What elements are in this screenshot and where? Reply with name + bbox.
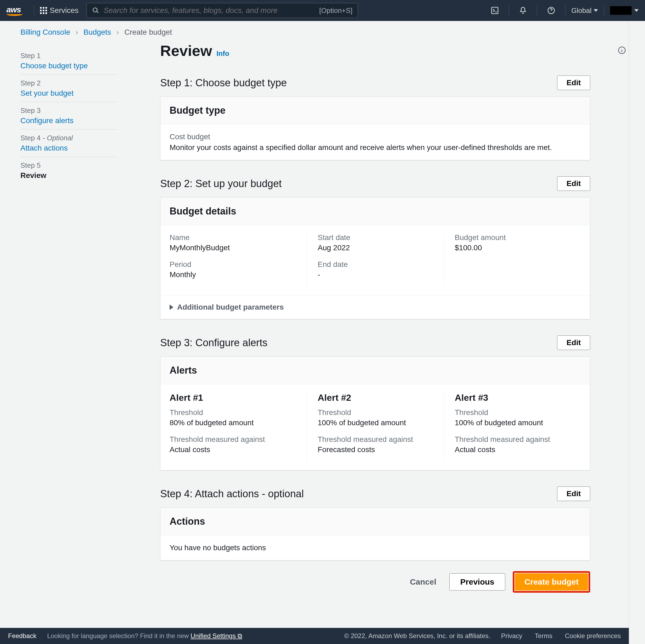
breadcrumb-billing[interactable]: Billing Console [20, 28, 70, 36]
alert-title: Alert #3 [455, 392, 573, 403]
budget-type-name: Cost budget [170, 133, 581, 141]
field-value: Monthly [170, 270, 298, 279]
edit-step1-button[interactable]: Edit [557, 75, 590, 90]
nav-divider [604, 5, 604, 16]
field-label: End date [318, 260, 436, 269]
nav-divider [509, 5, 509, 16]
step-title: Set your budget [20, 89, 117, 97]
field-value: Actual costs [170, 445, 298, 454]
actions-empty: You have no budgets actions [170, 544, 581, 552]
chevron-right-icon: › [75, 28, 78, 36]
chevron-right-icon: › [117, 28, 119, 36]
step-number: Step 2 [20, 79, 117, 87]
step-number: Step 1 [20, 52, 117, 60]
grid-icon [40, 7, 47, 14]
cookie-prefs-link[interactable]: Cookie preferences [565, 632, 621, 639]
caret-right-icon [170, 304, 173, 310]
review-step1: Step 1: Choose budget type Edit Budget t… [160, 75, 590, 160]
edit-step2-button[interactable]: Edit [557, 176, 590, 191]
field-label: Threshold [170, 408, 298, 417]
feedback-link[interactable]: Feedback [8, 632, 36, 640]
chevron-down-icon [594, 8, 598, 13]
step-title: Choose budget type [20, 61, 117, 70]
search-shortcut: [Option+S] [319, 6, 353, 15]
breadcrumb-current: Create budget [125, 28, 172, 36]
field-value: 100% of budgeted amount [455, 419, 573, 427]
step-nav-3[interactable]: Step 3 Configure alerts [20, 102, 117, 130]
alert-title: Alert #2 [318, 392, 436, 403]
privacy-link[interactable]: Privacy [501, 632, 522, 639]
section-heading: Step 4: Attach actions - optional [160, 488, 304, 500]
account-menu[interactable] [610, 6, 639, 15]
review-step3: Step 3: Configure alerts Edit Alerts Ale… [160, 336, 590, 470]
unified-settings-link[interactable]: Unified Settings ⧉ [191, 632, 242, 639]
panel-title: Budget details [170, 206, 581, 217]
panel-title: Budget type [170, 105, 581, 116]
section-heading: Step 3: Configure alerts [160, 337, 267, 349]
step-nav-1[interactable]: Step 1 Choose budget type [20, 47, 117, 75]
global-search[interactable]: [Option+S] [86, 3, 358, 18]
nav-divider [565, 5, 566, 16]
main-content: Review Info Step 1: Choose budget type E… [128, 39, 601, 606]
field-value: 80% of budgeted amount [170, 419, 298, 427]
copyright: © 2022, Amazon Web Services, Inc. or its… [344, 632, 490, 640]
field-value: 100% of budgeted amount [318, 419, 436, 427]
wizard-footer-buttons: Cancel Previous Create budget [160, 561, 590, 595]
account-name-redacted [610, 6, 632, 15]
page-footer: Feedback Looking for language selection?… [0, 628, 629, 644]
step-nav-2[interactable]: Step 2 Set your budget [20, 75, 117, 102]
step-nav-5: Step 5 Review [20, 157, 117, 184]
wizard-steps-nav: Step 1 Choose budget type Step 2 Set you… [20, 39, 128, 606]
create-budget-button[interactable]: Create budget [515, 573, 588, 591]
chevron-down-icon [634, 8, 639, 13]
field-label: Threshold [455, 408, 573, 417]
alert-2: Alert #2 Threshold 100% of budgeted amou… [307, 392, 444, 462]
section-heading: Step 1: Choose budget type [160, 77, 287, 89]
terms-link[interactable]: Terms [535, 632, 552, 639]
field-value: Actual costs [455, 445, 573, 454]
review-step4: Step 4: Attach actions - optional Edit A… [160, 486, 590, 561]
aws-logo[interactable]: aws [6, 5, 23, 16]
field-label: Threshold measured against [318, 435, 436, 444]
field-value: Aug 2022 [318, 243, 436, 252]
nav-divider [34, 5, 34, 16]
budget-type-desc: Monitor your costs against a specified d… [170, 143, 581, 152]
breadcrumb: Billing Console › Budgets › Create budge… [0, 21, 629, 39]
cancel-button[interactable]: Cancel [405, 574, 442, 590]
field-label: Start date [318, 233, 436, 242]
search-icon [92, 7, 99, 14]
step-number: Step 3 [20, 106, 117, 115]
additional-params-expander[interactable]: Additional budget parameters [161, 295, 590, 319]
info-panel-toggle[interactable] [618, 46, 626, 55]
region-label: Global [571, 6, 592, 15]
step-title: Attach actions [20, 144, 117, 152]
notifications-icon[interactable] [515, 6, 531, 15]
info-link[interactable]: Info [216, 49, 229, 57]
services-label: Services [50, 6, 78, 15]
step-title: Review [20, 171, 117, 180]
field-label: Threshold measured against [455, 435, 573, 444]
review-step2: Step 2: Set up your budget Edit Budget d… [160, 176, 590, 319]
cloudshell-icon[interactable] [487, 6, 503, 15]
search-input[interactable] [103, 6, 319, 15]
edit-step4-button[interactable]: Edit [557, 486, 590, 501]
top-nav: aws Services [Option+S] Global [0, 0, 645, 21]
region-selector[interactable]: Global [571, 6, 598, 15]
help-icon[interactable] [543, 6, 559, 15]
edit-step3-button[interactable]: Edit [557, 336, 590, 350]
breadcrumb-budgets[interactable]: Budgets [83, 28, 111, 36]
previous-button[interactable]: Previous [449, 573, 505, 591]
panel-title: Actions [170, 516, 581, 527]
field-label: Threshold measured against [170, 435, 298, 444]
alert-1: Alert #1 Threshold 80% of budgeted amoun… [170, 392, 307, 462]
panel-title: Alerts [170, 365, 581, 376]
field-label: Budget amount [455, 233, 573, 242]
nav-divider [537, 5, 537, 16]
step-nav-4[interactable]: Step 4 - Optional Attach actions [20, 130, 117, 157]
field-label: Period [170, 260, 298, 269]
field-label: Threshold [318, 408, 436, 417]
field-value: $100.00 [455, 243, 573, 252]
services-menu[interactable]: Services [40, 6, 78, 15]
step-title: Configure alerts [20, 117, 117, 125]
alert-title: Alert #1 [170, 392, 298, 403]
